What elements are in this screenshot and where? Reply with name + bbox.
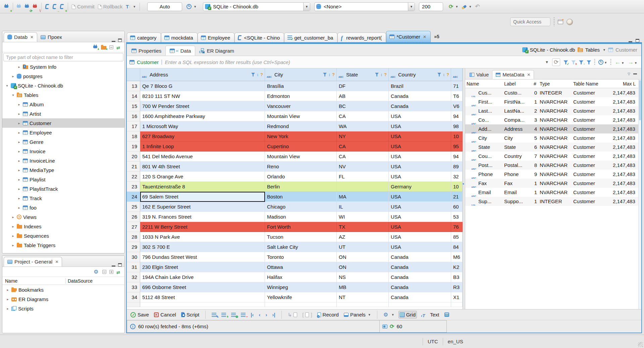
row-number[interactable]	[127, 302, 140, 307]
resize-grip[interactable]	[638, 342, 643, 347]
tree-item-playlist[interactable]: ▸Playlist	[2, 175, 124, 184]
grid-cell[interactable]: TX	[337, 222, 389, 232]
new-connection-button[interactable]: +	[3, 2, 11, 12]
grid-cell[interactable]: 1033 N Park Ave	[140, 232, 265, 242]
metadata-row[interactable]: Sup...Suppo...1INTEGERCustomer2,147,483	[465, 197, 641, 206]
collapse-all-icon[interactable]	[102, 270, 106, 274]
link-with-editor-icon[interactable]	[116, 45, 122, 50]
save-button[interactable]: Save	[129, 311, 150, 318]
tree-item-employee[interactable]: ▸Employee	[2, 128, 124, 137]
filter-funnel-icon[interactable]	[251, 73, 255, 76]
expand-arrow-icon[interactable]: ▸	[6, 307, 10, 310]
grid-cell[interactable]: UT	[337, 242, 389, 252]
column-header-country[interactable]: Country↕?	[389, 68, 451, 81]
grid-cell[interactable]: 53	[451, 212, 463, 222]
navigator-filter-input[interactable]	[3, 53, 123, 61]
metadata-row[interactable]: Cus...Custo...0INTEGERCustomer2,147,483	[465, 88, 641, 97]
breadcrumb-entity[interactable]: Customer	[615, 47, 637, 53]
sort-icon[interactable]: ↕	[328, 72, 330, 77]
meta-column-label[interactable]: Label	[503, 81, 532, 86]
grid-cell[interactable]: NT	[337, 292, 389, 302]
row-number[interactable]: 26	[127, 212, 140, 222]
expand-arrow-icon[interactable]: ▸	[17, 159, 21, 163]
grid-cell[interactable]: 21	[451, 192, 463, 202]
grid-cell[interactable]: Berlin	[265, 182, 337, 192]
filter-history-dropdown[interactable]: ▼	[545, 60, 549, 64]
tab-projects[interactable]: Проек	[37, 32, 65, 42]
connect-button[interactable]	[15, 2, 23, 12]
editor-tab-category[interactable]: category	[127, 33, 161, 42]
tree-item-system-info[interactable]: ▸System Info	[2, 62, 124, 71]
tree-item-foo[interactable]: ▸foo	[2, 203, 124, 212]
tree-item-genre[interactable]: ▸Genre	[2, 137, 124, 147]
close-icon[interactable]: ✕	[423, 35, 426, 39]
grid-cell[interactable]: Tucson	[265, 232, 337, 242]
auto-refresh-box[interactable]: ⟳ 60	[380, 320, 447, 333]
grid-cell[interactable]: Canada	[389, 262, 451, 272]
sort-icon[interactable]: ↕	[443, 72, 445, 77]
project-item-bookmarks[interactable]: ▸Bookmarks	[2, 285, 124, 294]
new-sql-editor-button[interactable]: +	[58, 2, 66, 12]
editor-tab-sqlite-chino[interactable]: <SQLite - Chino	[234, 33, 284, 42]
grid-cell[interactable]: Redmond	[265, 121, 337, 131]
expand-arrow-icon[interactable]: ▸	[6, 297, 10, 301]
tab-value[interactable]: Value	[466, 70, 492, 79]
tab-metadata[interactable]: MetaData ✕	[492, 70, 534, 79]
filter-funnel-icon[interactable]	[323, 73, 327, 76]
grid-cell[interactable]: Reno	[265, 162, 337, 172]
nav-forward-button[interactable]: →▼	[628, 59, 637, 66]
expand-arrow-icon[interactable]: ▸	[11, 243, 15, 247]
expand-arrow-icon[interactable]: ▸	[11, 225, 15, 228]
row-number[interactable]: 23	[127, 182, 140, 192]
txn-mode-combo[interactable]: Auto	[147, 2, 182, 11]
grid-cell[interactable]: Salt Lake City	[265, 242, 337, 252]
close-icon[interactable]: ✕	[55, 259, 58, 264]
grid-cell[interactable]: Canada	[389, 252, 451, 262]
grid-cell[interactable]: 230 Elgin Street	[140, 262, 265, 272]
grid-cell[interactable]: USA	[389, 172, 451, 182]
fetch-next-page-button[interactable]: ↳	[287, 311, 299, 318]
refresh-icon[interactable]: ⟳	[552, 58, 560, 66]
editor-tab-mockdata[interactable]: mockdata	[161, 33, 198, 42]
grid-cell[interactable]: 194A Chain Lake Drive	[140, 272, 265, 282]
database-select-combo[interactable]: SQLite - Chinook.db ▼	[203, 2, 310, 11]
row-number[interactable]: 27	[127, 222, 140, 232]
row-number[interactable]: 32	[127, 272, 140, 282]
grid-cell[interactable]: MA	[337, 192, 389, 202]
grid-cell[interactable]: 71	[451, 81, 463, 91]
grid-cell[interactable]: USA	[389, 232, 451, 242]
grid-cell[interactable]: USA	[389, 111, 451, 121]
tree-item-invoice[interactable]: ▸Invoice	[2, 147, 124, 156]
tree-item-invoiceline[interactable]: ▸InvoiceLine	[2, 156, 124, 165]
auto-refresh-button[interactable]: ▼	[598, 59, 607, 65]
grid-cell[interactable]: ON	[337, 252, 389, 262]
grid-cell[interactable]: USA	[389, 121, 451, 131]
row-number[interactable]: 33	[127, 282, 140, 292]
expand-arrow-icon[interactable]: ▸	[17, 121, 21, 125]
editor-tab-employee[interactable]: Employee	[198, 33, 235, 42]
grid-cell[interactable]: 69 Salem Street	[140, 192, 265, 202]
grid-cell[interactable]: 627 Broadway	[140, 131, 265, 141]
delete-row-button[interactable]: −	[240, 312, 247, 317]
row-number[interactable]: 17	[127, 121, 140, 131]
tab-project-general[interactable]: Project - General ✕	[4, 257, 62, 267]
grid-cell[interactable]: FL	[337, 172, 389, 182]
tree-item-artist[interactable]: ▸Artist	[2, 109, 124, 118]
tree-item-mediatype[interactable]: ▸MediaType	[2, 165, 124, 175]
collapse-all-icon[interactable]	[109, 45, 113, 49]
grid-cell[interactable]: NY	[337, 131, 389, 141]
grid-cell[interactable]	[451, 302, 463, 307]
fetch-size-input[interactable]	[419, 2, 443, 11]
grid-cell[interactable]: Canada	[389, 272, 451, 282]
grid-cell[interactable]: 8210 111 ST NW	[140, 91, 265, 101]
expand-arrow-icon[interactable]: ▾	[5, 84, 9, 88]
maximize-panel-icon[interactable]	[636, 39, 639, 42]
grid-cell[interactable]: NS	[337, 272, 389, 282]
locale-indicator[interactable]: en_US	[448, 339, 463, 344]
grid-cell[interactable]: WA	[337, 121, 389, 131]
grid-cell[interactable]: 94	[451, 152, 463, 162]
grid-cell[interactable]: Canada	[389, 101, 451, 111]
grid-cell[interactable]: 95	[451, 141, 463, 152]
grid-cell[interactable]: 94	[451, 111, 463, 121]
grid-cell[interactable]: Ottawa	[265, 262, 337, 272]
